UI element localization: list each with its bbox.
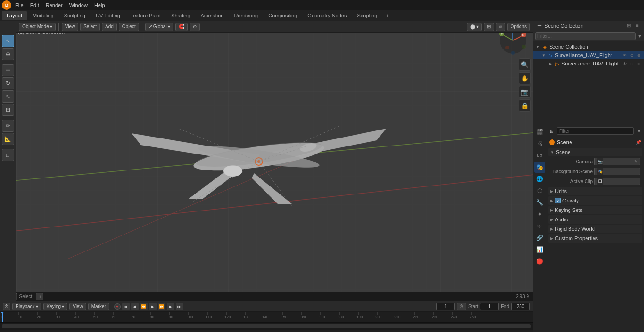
audio-section-header[interactable]: ▶ Audio	[548, 215, 642, 224]
viewport-canvas[interactable]: User Perspective (1) Scene Collection X …	[16, 21, 533, 301]
add-cube-btn[interactable]: □	[2, 149, 14, 161]
play-pause-btn[interactable]: ▶	[149, 303, 157, 310]
menu-render[interactable]: Render	[43, 1, 66, 9]
props-material-icon[interactable]: 🔴	[534, 256, 545, 267]
options-btn[interactable]: Options	[507, 23, 530, 31]
outliner-select-btn-1[interactable]: ⊙	[628, 52, 635, 58]
outliner-item-expand-2[interactable]: ▶	[547, 61, 553, 66]
tab-layout[interactable]: Layout	[2, 11, 27, 20]
tab-modeling[interactable]: Modeling	[28, 11, 58, 20]
outliner-filter-btn[interactable]: ⊞	[625, 22, 633, 30]
props-render-icon[interactable]: 🎬	[534, 126, 545, 138]
viewport-zoom-in-btn[interactable]: 🔍	[519, 58, 531, 71]
timeline-editor-type-btn[interactable]: ⏱	[3, 303, 10, 310]
outliner-render-btn-1[interactable]: ⊚	[636, 52, 642, 58]
background-scene-field[interactable]: 🎭	[594, 168, 640, 175]
view-menu-btn[interactable]: View	[62, 23, 79, 31]
camera-field[interactable]: 📷 ✎	[594, 158, 640, 165]
menu-edit[interactable]: Edit	[27, 1, 42, 9]
add-menu-btn[interactable]: Add	[102, 23, 117, 31]
gravity-section-header[interactable]: ▶ ✓ Gravity	[548, 196, 642, 205]
outliner-expand-icon[interactable]: ▼	[535, 44, 541, 49]
select-menu-btn[interactable]: Select	[80, 23, 100, 31]
jump-end-btn[interactable]: ⏭	[176, 303, 183, 310]
gravity-checkbox[interactable]: ✓	[555, 198, 561, 203]
tab-sculpting[interactable]: Sculpting	[59, 11, 90, 20]
snap-btn[interactable]: 🧲	[175, 23, 188, 31]
units-section-header[interactable]: ▶ Units	[548, 187, 642, 195]
outliner-render-btn-2[interactable]: ⊚	[636, 60, 642, 67]
outliner-item-uav-flight[interactable]: ▼ ▷ Surveillance_UAV_Flight 👁 ⊙ ⊚	[533, 51, 644, 59]
tab-rendering[interactable]: Rendering	[229, 11, 263, 20]
record-btn[interactable]: ●	[114, 303, 121, 310]
tab-shading[interactable]: Shading	[166, 11, 195, 20]
prev-frame-btn[interactable]: ◀	[131, 303, 139, 310]
menu-window[interactable]: Window	[66, 1, 91, 9]
props-scene-icon[interactable]: 🎭	[534, 162, 545, 173]
camera-edit-icon[interactable]: ✎	[634, 159, 638, 164]
props-object-icon[interactable]: ⬡	[534, 185, 545, 196]
tab-texture-paint[interactable]: Texture Paint	[126, 11, 165, 20]
transform-tool-btn[interactable]: ⊞	[2, 104, 14, 116]
overlay-btn[interactable]: ⊞	[484, 23, 494, 31]
outliner-view-btn-2[interactable]: 👁	[621, 60, 628, 67]
measure-btn[interactable]: 📐	[2, 133, 14, 145]
add-workspace-button[interactable]: +	[383, 11, 391, 20]
rotate-tool-btn[interactable]: ↻	[2, 77, 14, 89]
transform-orient-btn[interactable]: ⤢ Global ▾	[145, 23, 173, 31]
scale-tool-btn[interactable]: ⤡	[2, 90, 14, 103]
fps-display[interactable]: ⏱	[457, 303, 466, 310]
viewport-3d[interactable]: User Perspective (1) Scene Collection X …	[16, 21, 533, 301]
props-world-icon[interactable]: 🌐	[534, 173, 545, 185]
viewport-pan-btn[interactable]: ✋	[519, 72, 531, 84]
props-physics-icon[interactable]: ⚛	[534, 220, 545, 232]
playback-menu-btn[interactable]: Playback ▾	[12, 303, 41, 310]
view-menu-timeline-btn[interactable]: View	[69, 303, 86, 310]
menu-file[interactable]: File	[12, 1, 26, 9]
outliner-select-btn-2[interactable]: ⊙	[628, 60, 635, 67]
next-key-btn[interactable]: ⏩	[158, 303, 165, 310]
viewport-lock-btn[interactable]: 🔒	[519, 99, 531, 112]
props-modifiers-icon[interactable]: 🔧	[534, 197, 545, 208]
tab-animation[interactable]: Animation	[196, 11, 229, 20]
menu-help[interactable]: Help	[91, 1, 108, 9]
end-frame-input[interactable]	[511, 303, 530, 310]
annotate-btn[interactable]: ✏	[2, 120, 14, 132]
outliner-item-uav-flight-sub[interactable]: ▶ ▷ Surveillance_UAV_Flight 👁 ⊙ ⊚	[533, 59, 644, 68]
prev-key-btn[interactable]: ⏪	[140, 303, 148, 310]
next-frame-btn[interactable]: ▶	[167, 303, 174, 310]
object-mode-selector[interactable]: Object Mode ▾	[19, 23, 56, 31]
viewport-shading-selector[interactable]: ⬤ ▾	[467, 23, 482, 31]
tab-geometry-nodes[interactable]: Geometry Nodes	[303, 11, 351, 20]
select-tool-btn[interactable]: ↖	[2, 35, 14, 47]
tab-compositing[interactable]: Compositing	[264, 11, 302, 20]
props-view-layer-icon[interactable]: 🗂	[534, 150, 545, 161]
props-particles-icon[interactable]: ✦	[534, 209, 545, 220]
move-tool-btn[interactable]: ✛	[2, 64, 14, 76]
tab-scripting[interactable]: Scripting	[352, 11, 382, 20]
rigid-body-header[interactable]: ▶ Rigid Body World	[548, 225, 642, 233]
timeline-scrollbar[interactable]	[2, 324, 531, 328]
viewport-camera-btn[interactable]: 📷	[519, 86, 531, 98]
outliner-item-expand-1[interactable]: ▼	[541, 52, 546, 58]
props-pin-icon[interactable]: 📌	[636, 140, 641, 145]
blender-logo-icon[interactable]: B	[2, 0, 11, 10]
current-frame-input[interactable]	[436, 303, 455, 310]
outliner-scene-collection[interactable]: ▼ ◈ Scene Collection	[533, 42, 644, 51]
timeline-ruler-track[interactable]: 0 10 20 30 40 50 60 70 80 90 1	[0, 312, 533, 322]
object-menu-btn[interactable]: Object	[119, 23, 139, 31]
cursor-tool-btn[interactable]: ⊕	[2, 48, 14, 60]
custom-props-header[interactable]: ▶ Custom Properties	[548, 234, 642, 243]
active-clip-field[interactable]: 🎞	[594, 178, 640, 185]
props-search-field[interactable]	[557, 127, 634, 135]
jump-start-btn[interactable]: ⏮	[122, 303, 130, 310]
keying-sets-header[interactable]: ▶ Keying Sets	[548, 206, 642, 214]
xray-btn[interactable]: ⧈	[496, 23, 505, 31]
scene-section-header[interactable]: ▼ Scene	[548, 148, 642, 156]
proportional-edit-btn[interactable]: ⊙	[190, 23, 200, 31]
keying-menu-btn[interactable]: Keying ▾	[43, 303, 68, 310]
props-output-icon[interactable]: 🖨	[534, 138, 545, 149]
tab-uv-editing[interactable]: UV Editing	[91, 11, 125, 20]
props-constraints-icon[interactable]: 🔗	[534, 232, 545, 243]
marker-menu-btn[interactable]: Marker	[88, 303, 109, 310]
